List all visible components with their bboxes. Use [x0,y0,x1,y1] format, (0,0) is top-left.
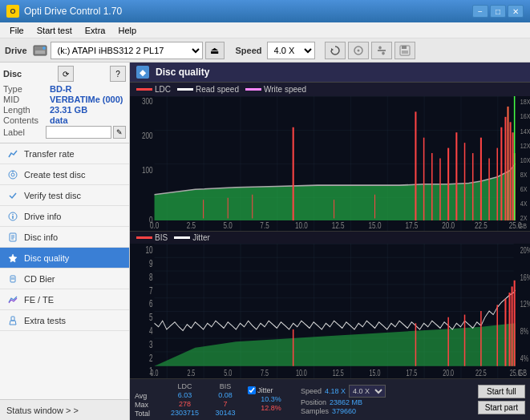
svg-text:20.0: 20.0 [443,369,454,378]
svg-text:22.5: 22.5 [475,222,488,231]
sidebar-item-label: Create test disc [24,170,85,180]
bottom-chart-svg: 10 9 8 7 6 5 4 3 2 1 20% 16% 12% 8% 4% [130,244,530,378]
position-value: 23862 MB [330,398,362,406]
cd-bier-icon [6,273,19,285]
total-bis: 30143 [209,409,241,417]
avg-ldc: 6.03 [167,391,203,399]
write-speed-legend-color [245,88,261,91]
disc-info-icon [6,231,19,244]
disc-info-button[interactable]: ? [110,66,126,82]
total-ldc: 2303715 [167,409,203,417]
top-chart-svg: 300 200 100 0 18X 16X 14X 12X 10X 8X 6X … [130,96,530,231]
read-speed-legend-color [177,88,193,91]
sidebar-item-label: Disc info [24,232,58,242]
sidebar-item-transfer-rate[interactable]: Transfer rate [0,143,129,164]
settings-button[interactable] [371,42,392,59]
svg-marker-3 [331,48,334,51]
svg-text:5: 5 [149,313,153,323]
drive-action-icons [325,42,415,59]
ldc-legend-item: LDC [136,85,171,94]
refresh-button[interactable] [325,42,346,59]
svg-text:0.0: 0.0 [150,222,159,231]
speed-selector[interactable]: 4.0 X [267,42,315,59]
svg-text:2.5: 2.5 [187,222,196,231]
create-test-disc-icon [6,168,19,181]
save-button[interactable] [394,42,415,59]
speed-label: Speed [236,46,262,55]
speed-col-header: Speed [301,387,322,395]
svg-text:7.5: 7.5 [260,222,269,231]
disc-label-input[interactable] [46,126,111,139]
svg-point-2 [42,46,46,50]
samples-label: Samples [301,407,329,415]
sidebar-item-drive-info[interactable]: Drive info [0,206,129,227]
bis-col-header: BIS [209,382,241,390]
svg-text:7: 7 [149,285,153,296]
status-window-button[interactable]: Status window > > [0,399,129,420]
svg-text:12.5: 12.5 [332,222,345,231]
sidebar-item-disc-quality[interactable]: Disc quality [0,248,129,269]
sidebar-item-extra-tests[interactable]: Extra tests [0,310,129,331]
sidebar-item-verify-test-disc[interactable]: Verify test disc [0,185,129,206]
svg-point-15 [11,173,14,176]
max-label: Max [135,401,160,409]
svg-text:10.0: 10.0 [296,369,307,378]
menu-bar: File Start test Extra Help [0,22,530,38]
avg-label: Avg [135,392,160,400]
minimize-button[interactable]: − [472,5,488,18]
sidebar: Disc ⟳ ? Type BD-R MID VERBATIMe (000) L… [0,63,130,420]
svg-rect-1 [35,50,45,54]
disc-quality-icon [6,252,19,265]
close-button[interactable]: ✕ [508,5,524,18]
sidebar-item-cd-bier[interactable]: CD Bier [0,269,129,289]
eject-button[interactable]: ⏏ [205,42,225,59]
sidebar-item-label: Drive info [24,212,61,221]
ldc-col-header: LDC [167,382,203,390]
menu-extra[interactable]: Extra [79,24,112,37]
svg-text:4%: 4% [520,353,528,363]
disc-refresh-button[interactable]: ⟳ [58,66,74,82]
jitter-checkbox[interactable] [248,386,256,394]
speed-dropdown[interactable]: 4.0 X [349,385,386,398]
svg-text:12X: 12X [520,142,530,150]
svg-text:7.5: 7.5 [261,369,269,378]
avg-bis: 0.08 [209,391,241,399]
max-bis: 7 [209,400,241,408]
svg-text:18X: 18X [520,99,530,107]
ldc-legend-color [136,88,152,91]
sidebar-item-create-test-disc[interactable]: Create test disc [0,164,129,185]
svg-text:14X: 14X [520,127,530,135]
svg-point-5 [357,49,359,51]
sidebar-item-disc-info[interactable]: Disc info [0,227,129,248]
menu-help[interactable]: Help [111,24,143,37]
svg-marker-24 [9,254,17,262]
read-speed-legend-item: Read speed [177,85,239,94]
svg-text:9: 9 [149,258,153,269]
sidebar-item-fe-te[interactable]: FE / TE [0,289,129,310]
jitter-legend-label: Jitter [192,233,210,242]
svg-text:15.0: 15.0 [370,369,381,378]
disc-button[interactable] [348,42,369,59]
bis-legend-color [136,236,152,239]
menu-start-test[interactable]: Start test [30,24,79,37]
menu-file[interactable]: File [3,24,30,37]
disc-title: Disc [3,69,22,79]
start-full-button[interactable]: Start full [478,385,525,398]
start-part-button[interactable]: Start part [478,401,525,414]
disc-label-edit-button[interactable]: ✎ [113,126,126,139]
svg-text:8%: 8% [520,327,528,337]
drive-selector[interactable]: (k:) ATAPI iHBS312 2 PL17 [51,42,203,59]
restore-button[interactable]: □ [490,5,506,18]
total-label: Total [135,410,160,418]
write-speed-legend-label: Write speed [264,85,306,94]
content-area: ◆ Disc quality LDC Read speed Write spee… [130,63,530,420]
svg-text:6: 6 [149,299,153,309]
drive-icon [32,42,48,59]
svg-text:20%: 20% [520,246,530,256]
bis-legend-label: BIS [155,233,168,242]
chart-header: ◆ Disc quality [130,63,530,83]
svg-rect-26 [11,277,14,280]
svg-point-19 [12,213,14,215]
main-area: Disc ⟳ ? Type BD-R MID VERBATIMe (000) L… [0,63,530,420]
drive-bar: Drive (k:) ATAPI iHBS312 2 PL17 ⏏ Speed … [0,38,530,63]
